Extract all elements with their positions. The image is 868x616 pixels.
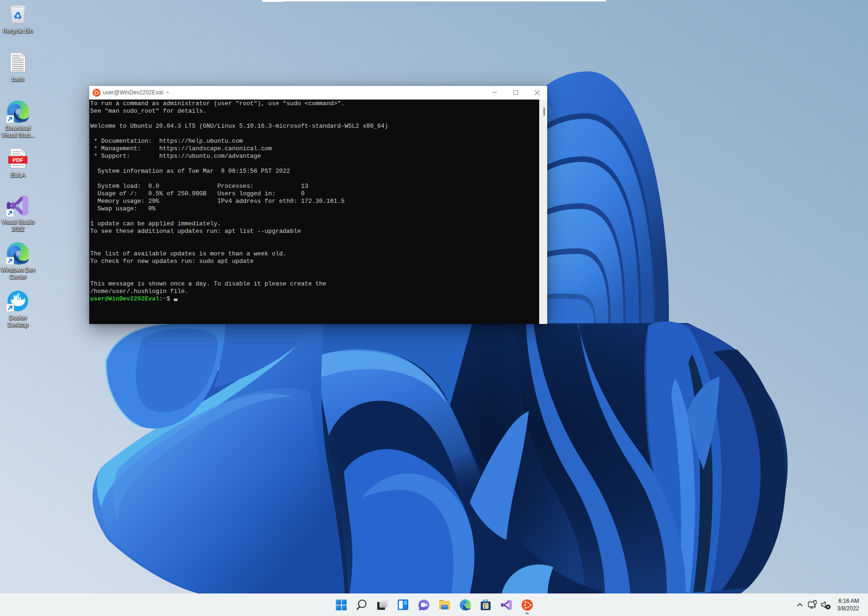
svg-text:PDF: PDF [13, 157, 23, 163]
